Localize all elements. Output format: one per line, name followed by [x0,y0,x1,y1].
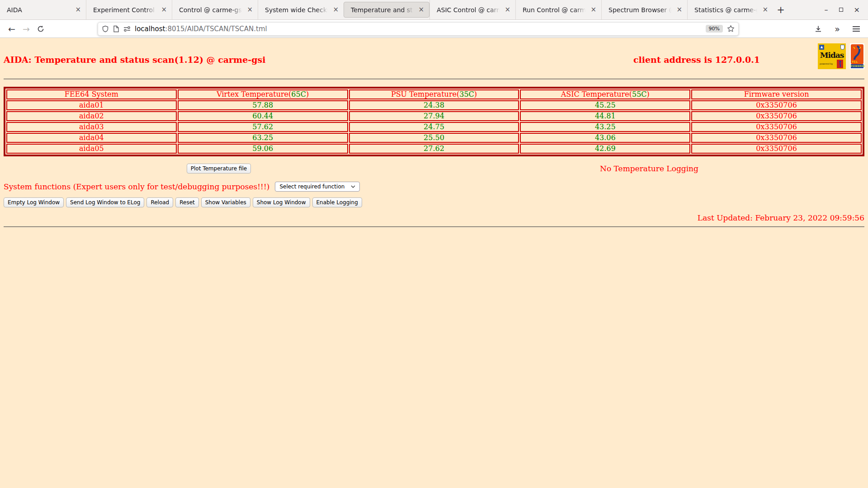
cell-asic-temp: 43.06 [520,133,690,143]
table-row-aida03: aida0357.6224.7543.250x3350706 [6,122,862,132]
tab-close-icon[interactable]: × [417,6,425,14]
tab-control-carme-gsi[interactable]: Control @ carme-gsi× [172,0,258,19]
cell-psu-temp: 24.75 [349,122,519,132]
table-header-row: FEE64 SystemVirtex Temperature(65C)PSU T… [6,89,862,99]
tab-close-icon[interactable]: × [589,6,598,14]
tab-close-icon[interactable]: × [245,6,254,14]
cell-system: aida05 [6,144,177,154]
client-address-text: client address is 127.0.0.1 [633,43,760,65]
toolbar-overflow-button[interactable]: » [830,22,844,36]
tab-close-icon[interactable]: × [761,6,769,14]
tab-bar: AIDA×Experiment Control @ ca×Control @ c… [0,0,868,20]
table-subrow: Plot Temperature file No Temperature Log… [4,164,864,174]
header-label: FEE64 System [65,90,118,99]
cell-virtex-temp: 60.44 [178,111,348,121]
tabbar-spacer [788,0,816,19]
cell-firmware: 0x3350706 [691,144,862,154]
header-divider [4,79,864,80]
tab-statistics-carme-gsi[interactable]: Statistics @ carme-gsi× [687,0,773,19]
forward-button[interactable]: → [19,22,33,36]
tab-experiment-control-ca[interactable]: Experiment Control @ ca× [86,0,172,19]
tab-asic-control-carme-g[interactable]: ASIC Control @ carme-g× [429,0,515,19]
page-info-icon[interactable] [113,25,119,33]
header-paren: ) [306,90,309,99]
header-limit: 55C [632,90,647,99]
tab-close-icon[interactable]: × [160,6,168,14]
enable-logging-button[interactable]: Enable Logging [312,197,362,207]
permissions-sliders-icon[interactable] [123,26,131,32]
send-log-window-to-elog-button[interactable]: Send Log Window to ELog [66,197,144,207]
column-header-firmware-version: Firmware version [691,89,862,99]
back-button[interactable]: ← [5,22,19,36]
plot-temperature-file-button[interactable]: Plot Temperature file [187,164,251,174]
downloads-button[interactable] [811,22,826,36]
table-row-aida02: aida0260.4427.9444.810x3350706 [6,111,862,121]
url-text[interactable]: localhost:8015/AIDA/TSCAN/TSCAN.tml [135,25,702,33]
column-header-virtex-temperature: Virtex Temperature(65C) [178,89,348,99]
cell-asic-temp: 43.25 [520,122,690,132]
window-close-button[interactable]: × [854,6,860,14]
header-paren: ) [647,90,650,99]
cell-psu-temp: 27.94 [349,111,519,121]
tab-aida[interactable]: AIDA× [0,0,86,19]
shield-icon[interactable] [102,25,109,33]
download-icon [815,25,822,33]
tcl-powered-logo[interactable]: TCL POWERED [850,43,864,69]
table-row-aida04: aida0463.2525.5043.060x3350706 [6,133,862,143]
tcl-powered-text: POWERED [851,64,863,68]
show-log-window-button[interactable]: Show Log Window [253,197,310,207]
bookmark-star-icon[interactable] [727,25,735,33]
header-limit: 35C [459,90,474,99]
header-limit: 65C [291,90,306,99]
hamburger-menu-icon [853,26,860,32]
header-label: PSU Temperature( [391,90,459,99]
midas-logo-text: Midas [819,51,845,60]
empty-log-window-button[interactable]: Empty Log Window [4,197,64,207]
tab-close-icon[interactable]: × [74,6,82,14]
window-maximize-button[interactable] [839,8,843,12]
reload-button[interactable] [33,22,48,36]
navigation-toolbar: ← → localhost:8015/AIDA/TSCAN/TSCAN.tml … [0,20,868,38]
system-functions-label: System functions (Expert users only for … [4,182,269,191]
page-header: AIDA: Temperature and status scan(1.12) … [4,43,864,71]
cell-asic-temp: 42.69 [520,144,690,154]
midas-emblem-right-icon [840,45,844,50]
tab-label: Run Control @ carme-gs [523,6,587,14]
tab-close-icon[interactable]: × [331,6,340,14]
show-variables-button[interactable]: Show Variables [201,197,250,207]
toolbar-right: » [811,22,863,36]
midas-logo[interactable]: ▲ Midas powered by [818,43,846,69]
reload-icon [37,25,44,33]
tab-close-icon[interactable]: × [503,6,512,14]
logging-status-text: No Temperature Logging [600,164,698,173]
tab-spectrum-browser-ca[interactable]: Spectrum Browser @ ca× [601,0,687,19]
reload-button[interactable]: Reload [146,197,173,207]
function-select[interactable]: Select required function [275,182,360,192]
zoom-level-badge[interactable]: 90% [706,25,723,33]
cell-asic-temp: 45.25 [520,100,690,110]
tab-system-wide-checks-ca[interactable]: System wide Checks @ ca× [258,0,344,19]
cell-firmware: 0x3350706 [691,100,862,110]
new-tab-button[interactable]: + [773,0,788,19]
tab-close-icon[interactable]: × [675,6,684,14]
tab-run-control-carme-gs[interactable]: Run Control @ carme-gs× [515,0,601,19]
url-path: :8015/AIDA/TSCAN/TSCAN.tml [165,25,267,33]
page-title: AIDA: Temperature and status scan(1.12) … [4,43,633,65]
action-buttons-row: Empty Log WindowSend Log Window to ELogR… [4,197,864,207]
cell-virtex-temp: 63.25 [178,133,348,143]
header-label: ASIC Temperature( [561,90,632,99]
cell-system: aida01 [6,100,177,110]
app-menu-button[interactable] [849,22,863,36]
tab-temperature-and-status-s[interactable]: Temperature and status s× [344,2,429,18]
logging-status-cell: No Temperature Logging [434,164,864,173]
page-content: AIDA: Temperature and status scan(1.12) … [0,43,868,227]
url-bar[interactable]: localhost:8015/AIDA/TSCAN/TSCAN.tml 90% [98,22,739,36]
tab-label: System wide Checks @ ca [265,6,329,14]
cell-firmware: 0x3350706 [691,111,862,121]
tcl-logo-text: TCL [852,60,858,63]
chevron-down-icon [351,185,355,188]
window-minimize-button[interactable]: – [825,6,828,14]
reset-button[interactable]: Reset [175,197,199,207]
table-row-aida01: aida0157.8824.3845.250x3350706 [6,100,862,110]
footer-divider [4,226,864,227]
